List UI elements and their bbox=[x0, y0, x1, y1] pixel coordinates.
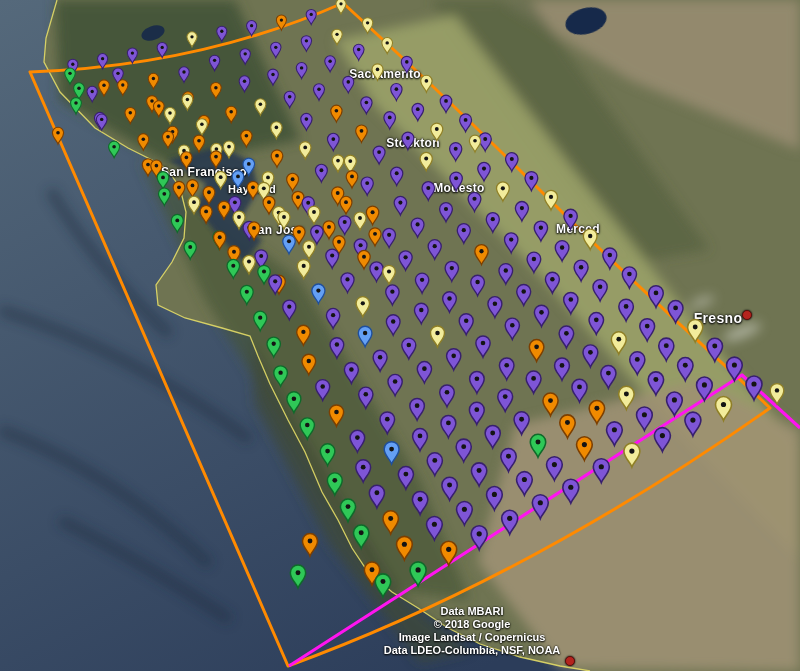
placemark-pin-yellow[interactable] bbox=[383, 265, 395, 284]
placemark-pin-purple[interactable] bbox=[443, 292, 457, 312]
placemark-pin-purple[interactable] bbox=[209, 55, 219, 71]
placemark-pin-yellow[interactable] bbox=[255, 99, 266, 116]
placemark-pin-blue[interactable] bbox=[312, 284, 325, 304]
placemark-pin-purple[interactable] bbox=[607, 422, 623, 446]
placemark-pin-purple[interactable] bbox=[327, 133, 339, 150]
placemark-pin-purple[interactable] bbox=[563, 479, 579, 503]
placemark-pin-green[interactable] bbox=[109, 141, 120, 158]
placemark-pin-yellow[interactable] bbox=[431, 326, 445, 347]
placemark-pin-orange[interactable] bbox=[247, 181, 259, 199]
placemark-pin-purple[interactable] bbox=[583, 345, 598, 367]
placemark-pin-purple[interactable] bbox=[447, 349, 461, 370]
placemark-pin-yellow[interactable] bbox=[332, 29, 342, 45]
placemark-pin-purple[interactable] bbox=[678, 358, 693, 381]
placemark-pin-purple[interactable] bbox=[361, 97, 372, 114]
placemark-pin-green[interactable] bbox=[157, 172, 169, 189]
placemark-pin-orange[interactable] bbox=[366, 206, 378, 225]
placemark-pin-yellow[interactable] bbox=[356, 297, 369, 317]
placemark-pin-yellow[interactable] bbox=[188, 196, 200, 214]
placemark-pin-orange[interactable] bbox=[297, 325, 310, 345]
placemark-pin-yellow[interactable] bbox=[215, 171, 227, 188]
placemark-pin-purple[interactable] bbox=[564, 209, 577, 229]
placemark-pin-orange[interactable] bbox=[271, 150, 283, 167]
placemark-pin-purple[interactable] bbox=[386, 315, 400, 335]
placemark-pin-purple[interactable] bbox=[440, 203, 453, 222]
placemark-pin-yellow[interactable] bbox=[278, 211, 290, 229]
placemark-pin-purple[interactable] bbox=[527, 252, 541, 272]
placemark-pin-green[interactable] bbox=[353, 525, 368, 548]
placemark-pin-yellow[interactable] bbox=[332, 155, 343, 172]
placemark-pin-orange[interactable] bbox=[577, 437, 593, 461]
placemark-pin-green[interactable] bbox=[184, 241, 196, 259]
placemark-pin-purple[interactable] bbox=[574, 260, 588, 281]
placemark-pin-green[interactable] bbox=[340, 499, 355, 522]
placemark-pin-green[interactable] bbox=[71, 98, 82, 114]
placemark-pin-green[interactable] bbox=[375, 574, 390, 597]
placemark-pin-orange[interactable] bbox=[302, 533, 317, 556]
placemark-pin-green[interactable] bbox=[171, 214, 183, 232]
placemark-pin-green[interactable] bbox=[74, 83, 85, 99]
placemark-pin-purple[interactable] bbox=[283, 300, 296, 320]
placemark-pin-orange[interactable] bbox=[99, 80, 110, 96]
placemark-pin-green[interactable] bbox=[65, 68, 76, 84]
placemark-pin-yellow[interactable] bbox=[431, 123, 443, 141]
placemark-pin-purple[interactable] bbox=[478, 162, 490, 181]
placemark-pin-purple[interactable] bbox=[410, 398, 425, 420]
placemark-pin-purple[interactable] bbox=[344, 362, 358, 383]
placemark-pin-orange[interactable] bbox=[200, 205, 212, 223]
placemark-pin-purple[interactable] bbox=[247, 21, 257, 36]
placemark-pin-yellow[interactable] bbox=[164, 107, 175, 124]
placemark-pin-purple[interactable] bbox=[350, 430, 365, 452]
placemark-pin-purple[interactable] bbox=[341, 273, 354, 293]
placemark-pin-orange[interactable] bbox=[441, 541, 457, 565]
placemark-pin-purple[interactable] bbox=[388, 374, 402, 395]
placemark-pin-purple[interactable] bbox=[630, 352, 645, 375]
placemark-pin-purple[interactable] bbox=[534, 221, 547, 241]
placemark-pin-yellow[interactable] bbox=[372, 64, 383, 81]
placemark-pin-green[interactable] bbox=[227, 259, 239, 278]
placemark-pin-purple[interactable] bbox=[391, 167, 403, 185]
placemark-pin-purple[interactable] bbox=[498, 389, 513, 411]
placemark-pin-purple[interactable] bbox=[284, 91, 295, 108]
placemark-pin-purple[interactable] bbox=[369, 485, 384, 508]
placemark-pin-purple[interactable] bbox=[668, 301, 683, 323]
placemark-pin-purple[interactable] bbox=[296, 63, 307, 79]
placemark-pin-purple[interactable] bbox=[506, 153, 518, 172]
placemark-pin-orange[interactable] bbox=[589, 401, 604, 424]
placemark-pin-orange[interactable] bbox=[162, 131, 173, 148]
placemark-pin-purple[interactable] bbox=[450, 143, 462, 161]
placemark-pin-orange[interactable] bbox=[302, 354, 316, 374]
placemark-pin-purple[interactable] bbox=[127, 48, 137, 63]
placemark-pin-purple[interactable] bbox=[398, 467, 413, 490]
placemark-pin-purple[interactable] bbox=[697, 377, 713, 401]
placemark-pin-green[interactable] bbox=[410, 562, 426, 586]
placemark-pin-yellow[interactable] bbox=[624, 443, 640, 467]
placemark-pin-orange[interactable] bbox=[276, 15, 286, 30]
placemark-pin-orange[interactable] bbox=[173, 181, 185, 199]
placemark-pin-yellow[interactable] bbox=[716, 397, 732, 421]
placemark-pin-purple[interactable] bbox=[399, 251, 412, 271]
placemark-pin-purple[interactable] bbox=[445, 261, 458, 281]
placemark-pin-orange[interactable] bbox=[214, 231, 226, 249]
placemark-pin-green[interactable] bbox=[290, 565, 305, 588]
placemark-pin-purple[interactable] bbox=[622, 267, 636, 288]
placemark-pin-yellow[interactable] bbox=[299, 142, 311, 159]
placemark-pin-orange[interactable] bbox=[118, 80, 128, 96]
placemark-pin-orange[interactable] bbox=[210, 151, 221, 168]
google-earth-viewport[interactable]: SacramentoStocktonModestoMercedFresnoSan… bbox=[0, 0, 800, 671]
placemark-pin-purple[interactable] bbox=[502, 510, 518, 534]
placemark-pin-orange[interactable] bbox=[475, 245, 488, 265]
placemark-pin-yellow[interactable] bbox=[187, 32, 197, 47]
placemark-pin-orange[interactable] bbox=[560, 415, 575, 438]
placemark-pin-purple[interactable] bbox=[96, 114, 107, 130]
placemark-pin-purple[interactable] bbox=[486, 213, 499, 233]
placemark-pin-yellow[interactable] bbox=[469, 135, 480, 152]
placemark-pin-purple[interactable] bbox=[316, 380, 330, 401]
placemark-pin-purple[interactable] bbox=[394, 196, 406, 215]
placemark-pin-purple[interactable] bbox=[727, 357, 743, 381]
placemark-pin-purple[interactable] bbox=[499, 264, 513, 284]
placemark-pin-purple[interactable] bbox=[526, 371, 541, 393]
placemark-pin-green[interactable] bbox=[274, 366, 288, 386]
placemark-pin-purple[interactable] bbox=[505, 318, 519, 339]
placemark-pin-orange[interactable] bbox=[346, 171, 358, 188]
